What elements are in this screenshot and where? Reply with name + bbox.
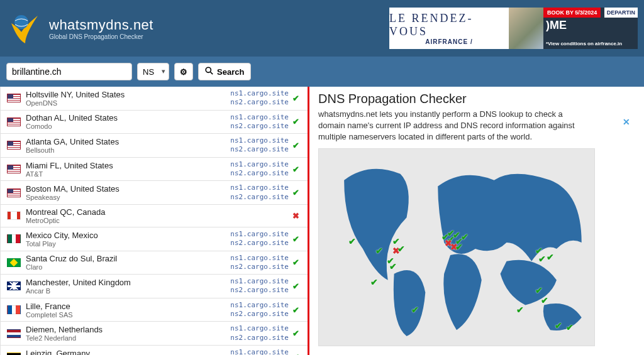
map-marker-ok[interactable]: ✔: [375, 246, 383, 256]
result-records: ns1.cargo.sitens2.cargo.site: [219, 301, 289, 319]
result-row[interactable]: Santa Cruz do Sul, BrazilClarons1.cargo.…: [1, 251, 308, 275]
brand-logo[interactable]: whatsmydns.net Global DNS Propagation Ch…: [6, 9, 153, 47]
map-marker-ok[interactable]: ✔: [411, 305, 419, 315]
result-records: ns1.cargo.sitens2.cargo.site: [219, 230, 289, 248]
close-ad-icon[interactable]: ✕: [623, 117, 630, 127]
flag-icon: [7, 352, 21, 355]
map-marker-ok[interactable]: ✔: [555, 320, 562, 330]
search-button-label: Search: [217, 67, 244, 77]
ad-headline: LE RENDEZ-VOUS: [389, 12, 509, 38]
flag-icon: [7, 281, 21, 290]
result-location: Holtsville NY, United States: [26, 90, 219, 99]
header-ad[interactable]: LE RENDEZ-VOUS AIRFRANCE / BOOK BY 5/3/2…: [389, 8, 638, 49]
map-marker-ok[interactable]: ✔: [547, 252, 554, 262]
result-row[interactable]: Holtsville NY, United StatesOpenDNSns1.c…: [1, 87, 308, 111]
result-row[interactable]: Manchester, United KingdomAncar Bns1.car…: [1, 275, 308, 298]
map-marker-ok[interactable]: ✔: [348, 236, 356, 246]
map-marker-ok[interactable]: ✔: [389, 261, 397, 271]
svg-point-0: [14, 15, 28, 29]
map-marker-ok[interactable]: ✔: [535, 285, 543, 295]
flag-icon: [7, 329, 21, 338]
map-marker-ok[interactable]: ✔: [516, 305, 524, 315]
result-records: ns1.cargo.sitens2.cargo.site: [219, 183, 289, 202]
search-button[interactable]: Search: [198, 63, 251, 80]
flag-icon: [7, 188, 21, 197]
record-type-select[interactable]: NS: [137, 63, 169, 80]
result-records: ns1.cargo.sitens2.cargo.site: [219, 113, 289, 131]
result-records: ns1.cargo.sitens2.cargo.site: [219, 254, 289, 272]
result-location: Leipzig, Germany: [26, 349, 219, 355]
settings-button[interactable]: ⚙: [174, 63, 193, 80]
check-icon: ✔: [289, 329, 303, 338]
result-location: Mexico City, Mexico: [26, 231, 219, 240]
ad-conditions: *View conditions on airfrance.in: [546, 41, 622, 46]
svg-point-1: [206, 67, 211, 72]
search-bar: NS ▾ ⚙ Search: [0, 57, 644, 87]
result-records: ns1.cargo.sitens2.cargo.site: [219, 89, 289, 107]
ad-brand: AIRFRANCE /: [425, 38, 472, 45]
flag-icon: [7, 94, 21, 102]
flag-icon: [7, 141, 21, 150]
result-location: Miami FL, United States: [26, 161, 219, 170]
check-icon: ✔: [289, 281, 303, 291]
result-row[interactable]: Atlanta GA, United StatesBellsouthns1.ca…: [1, 134, 308, 158]
site-header: whatsmydns.net Global DNS Propagation Ch…: [0, 0, 644, 57]
results-list: Holtsville NY, United StatesOpenDNSns1.c…: [0, 87, 309, 355]
result-location: Montreal QC, Canada: [26, 207, 219, 217]
domain-input[interactable]: [6, 63, 132, 80]
ad-ome: )ME: [546, 19, 567, 32]
result-provider: MetroOptic: [26, 217, 219, 224]
map-marker-ok[interactable]: ✔: [541, 295, 548, 305]
result-provider: Tele2 Nederland: [26, 334, 219, 342]
brand-name: whatsmydns.net: [49, 17, 153, 33]
result-location: Atlanta GA, United States: [26, 137, 219, 146]
result-row[interactable]: Mexico City, MexicoTotal Playns1.cargo.s…: [1, 227, 308, 251]
map-marker-ok[interactable]: ✔: [566, 322, 574, 332]
check-icon: ✔: [289, 165, 303, 174]
check-icon: ✔: [289, 258, 303, 267]
logo-icon: [6, 9, 44, 47]
result-location: Boston MA, United States: [26, 184, 219, 194]
flag-icon: [7, 117, 21, 126]
result-records: ns1.cargo.sitens2.cargo.site: [219, 348, 289, 355]
flag-icon: [7, 305, 21, 314]
map-marker-ok[interactable]: ✔: [397, 244, 405, 254]
result-location: Santa Cruz do Sul, Brazil: [26, 254, 219, 263]
result-provider: Comodo: [26, 123, 219, 130]
result-location: Manchester, United Kingdom: [26, 278, 219, 287]
map-marker-ok[interactable]: ✔: [461, 232, 469, 242]
check-icon: ✔: [289, 188, 303, 197]
check-icon: ✔: [289, 234, 303, 244]
ad-book-badge: BOOK BY 5/3/2024: [543, 8, 601, 18]
world-map[interactable]: ✔✔✔✖✔✔✔✔✔✔✔✖✖✔✔✔✔✔✔✔✔✔✔✔✔✔: [318, 148, 595, 346]
flag-icon: [7, 211, 21, 220]
result-provider: Ancar B: [26, 287, 219, 295]
search-icon: [205, 67, 213, 77]
result-records: ns1.cargo.sitens2.cargo.site: [219, 277, 289, 295]
result-row[interactable]: Montreal QC, CanadaMetroOptic✖: [1, 205, 308, 227]
result-provider: Bellsouth: [26, 146, 219, 154]
page-title: DNS Propagation Checker: [318, 92, 638, 106]
result-provider: Completel SAS: [26, 311, 219, 319]
result-row[interactable]: Miami FL, United StatesAT&Tns1.cargo.sit…: [1, 158, 308, 182]
result-row[interactable]: Dothan AL, United StatesComodons1.cargo.…: [1, 111, 308, 134]
check-icon: ✔: [289, 117, 303, 126]
ad-depart-badge: DEPARTIN: [604, 8, 638, 18]
result-row[interactable]: Leipzig, GermanyUniversitaet Leipzigns1.…: [1, 346, 308, 355]
result-provider: AT&T: [26, 170, 219, 178]
check-icon: ✔: [289, 94, 303, 103]
result-row[interactable]: Diemen, NetherlandsTele2 Nederlandns1.ca…: [1, 322, 308, 346]
result-row[interactable]: Lille, FranceCompletel SASns1.cargo.site…: [1, 298, 308, 322]
map-marker-ok[interactable]: ✔: [455, 242, 463, 252]
check-icon: ✔: [289, 141, 303, 150]
result-row[interactable]: Boston MA, United StatesSpeakeasyns1.car…: [1, 181, 308, 205]
result-records: ns1.cargo.sitens2.cargo.site: [219, 160, 289, 178]
svg-line-2: [211, 72, 213, 75]
result-records: ns1.cargo.sitens2.cargo.site: [219, 324, 289, 342]
map-marker-ok[interactable]: ✔: [370, 277, 378, 287]
flag-icon: [7, 258, 21, 267]
result-location: Dothan AL, United States: [26, 113, 219, 123]
map-marker-ok[interactable]: ✔: [538, 254, 546, 264]
check-icon: ✔: [289, 352, 303, 355]
info-panel: DNS Propagation Checker whatsmydns.net l…: [309, 87, 644, 355]
